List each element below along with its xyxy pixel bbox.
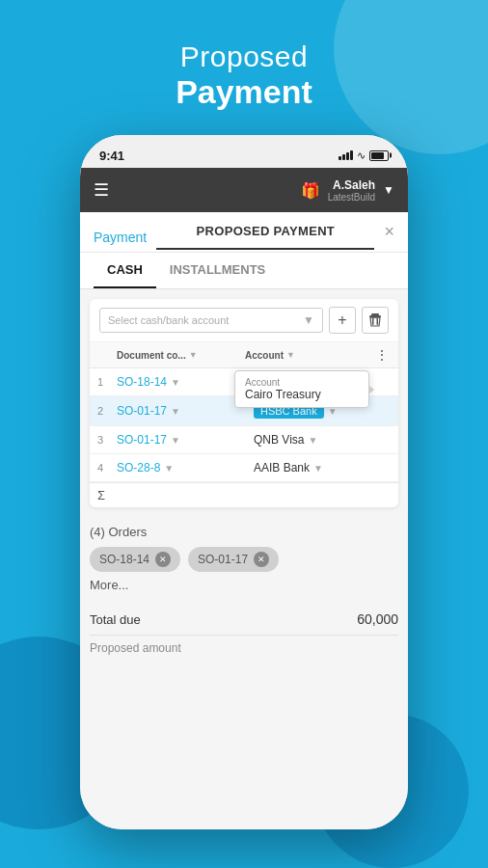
order-tag-1: SO-18-14 ✕: [90, 547, 180, 572]
doc-filter-icon[interactable]: ▼: [189, 350, 198, 360]
wifi-icon: ∿: [357, 149, 366, 162]
order-tag-close-2[interactable]: ✕: [254, 552, 269, 567]
orders-count: (4) Orders: [90, 525, 398, 539]
nav-bar: ☰ 🎁 A.Saleh LatestBuild ▼: [80, 168, 408, 212]
table-header: Document co... ▼ Account ▼ ⋮: [90, 342, 398, 368]
status-icons: ∿: [339, 149, 389, 162]
row-number: 2: [97, 405, 117, 417]
select-placeholder: Select cash/bank account: [108, 314, 229, 326]
user-info: A.Saleh LatestBuild: [328, 178, 375, 203]
row-account-4: AAIB Bank ▼: [254, 461, 391, 475]
th-document: Document co... ▼: [117, 350, 245, 361]
tabs-bar: CASH INSTALLMENTS: [80, 253, 408, 289]
proposed-amount-row: Proposed amount: [90, 636, 398, 655]
signal-icon: [339, 150, 353, 160]
clock: 9:41: [99, 149, 124, 163]
page-back-link[interactable]: Payment: [94, 230, 147, 245]
tab-installments[interactable]: INSTALLMENTS: [156, 253, 279, 288]
svg-rect-2: [377, 317, 379, 325]
th-account: Account ▼: [245, 350, 373, 361]
header-proposed: Proposed: [0, 41, 488, 73]
tooltip-arrow: [368, 385, 374, 394]
select-row: Select cash/bank account ▼ +: [90, 299, 398, 342]
sigma-row: Σ: [90, 482, 398, 507]
svg-rect-1: [372, 317, 374, 325]
total-due-label: Total due: [90, 612, 141, 627]
user-sub: LatestBuild: [328, 192, 375, 203]
total-due-value: 60,000: [357, 611, 398, 627]
row-doc-1: SO-18-14 ▼: [117, 375, 254, 389]
row-doc-3: SO-01-17 ▼: [117, 433, 254, 447]
row-doc-4: SO-28-8 ▼: [117, 461, 254, 475]
add-button[interactable]: +: [329, 307, 356, 334]
row-number: 4: [97, 462, 117, 474]
order-tag-close-1[interactable]: ✕: [155, 552, 171, 567]
order-tag-label-1: SO-18-14: [99, 553, 149, 566]
order-tag-2: SO-01-17 ✕: [188, 547, 279, 572]
nav-dropdown-icon[interactable]: ▼: [383, 183, 394, 197]
order-tag-label-2: SO-01-17: [198, 553, 248, 566]
row-arrow-4: ▼: [164, 463, 174, 474]
account-arrow-3: ▼: [308, 435, 317, 446]
orders-tags: SO-18-14 ✕ SO-01-17 ✕: [90, 547, 398, 572]
account-arrow-4: ▼: [313, 463, 323, 474]
tooltip-label: Account: [245, 377, 359, 388]
th-more-icon[interactable]: ⋮: [373, 347, 391, 363]
row-arrow-3: ▼: [171, 435, 180, 446]
doc-link-2[interactable]: SO-01-17: [117, 404, 167, 418]
more-link[interactable]: More...: [90, 578, 398, 592]
tooltip-value: Cairo Treasury: [245, 388, 321, 401]
svg-rect-3: [371, 313, 379, 315]
gift-icon: 🎁: [301, 181, 320, 200]
menu-icon[interactable]: ☰: [94, 179, 109, 201]
nav-center: 🎁 A.Saleh LatestBuild ▼: [301, 178, 394, 203]
table-row: 1 SO-18-14 ▼ Cairo Treasury ▼ Account Ca…: [90, 368, 398, 396]
page-header: Payment PROPOSED PAYMENT ×: [80, 212, 408, 253]
doc-link-3[interactable]: SO-01-17: [117, 433, 167, 447]
main-card: Select cash/bank account ▼ +: [90, 299, 398, 507]
row-doc-2: SO-01-17 ▼: [117, 404, 254, 418]
table-row: 4 SO-28-8 ▼ AAIB Bank ▼: [90, 454, 398, 482]
total-section: Total due 60,000 Proposed amount: [80, 602, 408, 661]
row-number: 1: [97, 376, 117, 388]
doc-link-1[interactable]: SO-18-14: [117, 375, 167, 389]
phone-frame: 9:41 ∿ ☰ 🎁 A.Saleh LatestBuild ▼: [80, 135, 408, 829]
doc-link-4[interactable]: SO-28-8: [117, 461, 160, 475]
total-due-row: Total due 60,000: [90, 611, 398, 636]
row-number: 3: [97, 434, 117, 446]
account-text-3: QNB Visa: [254, 433, 304, 447]
row-arrow-1: ▼: [171, 377, 180, 388]
status-bar: 9:41 ∿: [80, 135, 408, 168]
header-section: Proposed Payment: [0, 41, 488, 111]
account-tooltip: Account Cairo Treasury: [234, 370, 369, 408]
tab-cash[interactable]: CASH: [94, 253, 156, 288]
battery-icon: [369, 150, 389, 161]
table-row: 3 SO-01-17 ▼ QNB Visa ▼: [90, 426, 398, 454]
close-button[interactable]: ×: [384, 222, 394, 252]
row-account-3: QNB Visa ▼: [254, 433, 391, 447]
cash-account-select[interactable]: Select cash/bank account ▼: [99, 308, 323, 333]
page-title: PROPOSED PAYMENT: [156, 224, 374, 250]
user-name: A.Saleh: [328, 178, 375, 192]
account-filter-icon[interactable]: ▼: [286, 350, 295, 360]
proposed-amount-label: Proposed amount: [90, 641, 181, 655]
row-arrow-2: ▼: [171, 406, 180, 417]
select-arrow-icon: ▼: [303, 313, 314, 327]
app-content: ☰ 🎁 A.Saleh LatestBuild ▼ Payment PROPOS…: [80, 168, 408, 829]
account-text-4: AAIB Bank: [254, 461, 310, 475]
orders-section: (4) Orders SO-18-14 ✕ SO-01-17 ✕ More...: [80, 517, 408, 598]
header-payment: Payment: [0, 73, 488, 111]
delete-button[interactable]: [362, 307, 389, 334]
